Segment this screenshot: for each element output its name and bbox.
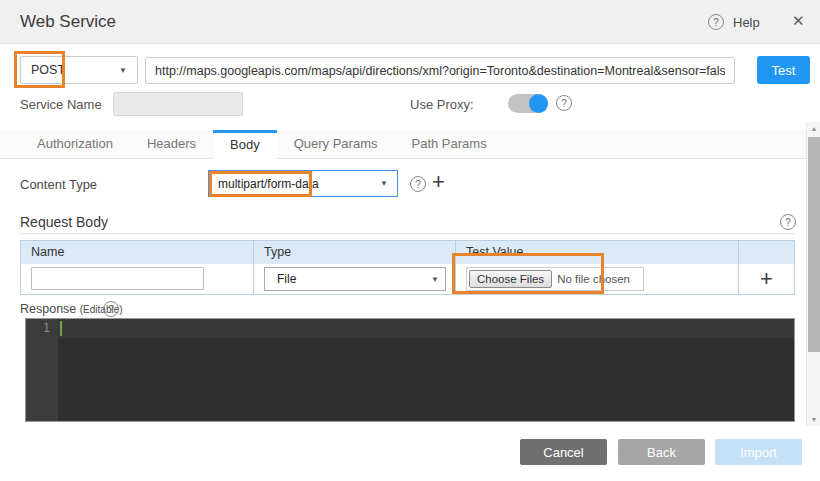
- tab-headers[interactable]: Headers: [130, 130, 213, 159]
- param-name-input[interactable]: [31, 267, 204, 290]
- help-link[interactable]: Help: [733, 15, 760, 30]
- tab-query-params[interactable]: Query Params: [277, 130, 395, 159]
- service-name-label: Service Name: [20, 97, 102, 112]
- test-value-file-input[interactable]: Choose Files No file chosen: [466, 267, 644, 291]
- scroll-down-icon[interactable]: ▼: [807, 416, 820, 423]
- file-status-text: No file chosen: [557, 273, 630, 285]
- http-method-select[interactable]: POST ▼: [20, 56, 138, 84]
- request-body-help-icon[interactable]: ?: [780, 214, 796, 230]
- content-type-label: Content Type: [20, 177, 97, 192]
- col-header-add: [739, 241, 794, 264]
- url-input[interactable]: [145, 57, 735, 84]
- web-service-dialog: Web Service ? Help ✕ POST ▼ Test Service…: [0, 0, 820, 481]
- close-icon[interactable]: ✕: [792, 12, 805, 30]
- use-proxy-toggle[interactable]: [508, 94, 548, 113]
- divider: [20, 233, 795, 234]
- table-row: File ▼ Choose Files No file chosen +: [21, 264, 794, 294]
- col-header-name: Name: [21, 241, 254, 264]
- cancel-button[interactable]: Cancel: [520, 439, 607, 465]
- col-header-type: Type: [254, 241, 456, 264]
- tab-bar: Authorization Headers Body Query Params …: [0, 130, 806, 159]
- add-content-type-icon[interactable]: +: [432, 172, 445, 192]
- proxy-help-icon[interactable]: ?: [556, 95, 572, 111]
- page-title: Web Service: [20, 12, 116, 32]
- request-body-title: Request Body: [20, 214, 108, 230]
- response-editor[interactable]: 1: [25, 318, 795, 422]
- choose-files-button[interactable]: Choose Files: [469, 270, 552, 288]
- page-scrollbar[interactable]: ▲ ▼: [806, 122, 820, 426]
- chevron-down-icon: ▼: [380, 179, 388, 188]
- param-type-select[interactable]: File ▼: [264, 267, 446, 291]
- service-name-input: [113, 92, 243, 116]
- content-type-help-icon[interactable]: ?: [410, 176, 426, 192]
- toggle-knob: [529, 94, 548, 113]
- tab-path-params[interactable]: Path Params: [394, 130, 503, 159]
- http-method-value: POST: [31, 63, 65, 77]
- dialog-header: [0, 0, 820, 44]
- tab-body[interactable]: Body: [213, 130, 277, 159]
- table-header-row: Name Type Test Value: [21, 241, 794, 264]
- col-header-test-value: Test Value: [456, 241, 739, 264]
- back-button[interactable]: Back: [618, 439, 705, 465]
- use-proxy-label: Use Proxy:: [410, 97, 474, 112]
- scrollbar-thumb[interactable]: [808, 137, 820, 352]
- scroll-up-icon[interactable]: ▲: [807, 125, 820, 132]
- request-body-table: Name Type Test Value File ▼ Choose Files…: [20, 240, 795, 295]
- test-button[interactable]: Test: [757, 56, 810, 84]
- help-icon[interactable]: ?: [708, 14, 724, 30]
- editor-current-line: [58, 319, 794, 338]
- add-row-icon[interactable]: +: [760, 269, 773, 289]
- param-type-value: File: [277, 272, 296, 286]
- content-type-select[interactable]: multipart/form-data ▼: [208, 170, 398, 197]
- response-help-icon[interactable]: ?: [103, 301, 119, 317]
- import-button[interactable]: Import: [715, 439, 802, 465]
- editor-cursor: [60, 321, 62, 336]
- editor-gutter: 1: [26, 319, 58, 421]
- chevron-down-icon: ▼: [119, 66, 127, 75]
- tab-authorization[interactable]: Authorization: [20, 130, 130, 159]
- content-type-value: multipart/form-data: [218, 177, 319, 191]
- response-label-text: Response: [20, 302, 76, 316]
- editor-line-number: 1: [26, 321, 50, 335]
- chevron-down-icon: ▼: [431, 275, 439, 284]
